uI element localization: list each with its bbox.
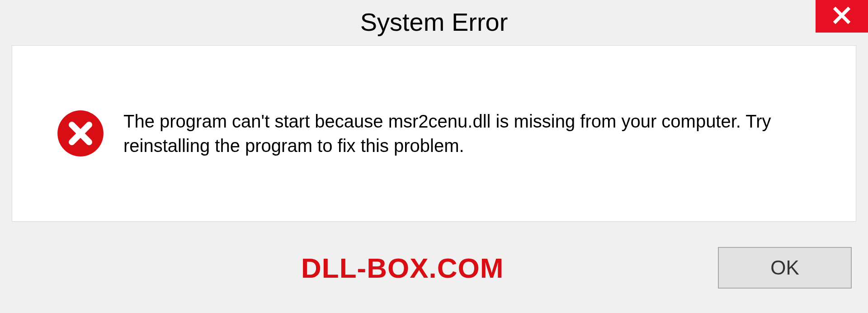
ok-button[interactable]: OK [718, 247, 852, 289]
watermark-text: DLL-BOX.COM [301, 252, 504, 284]
titlebar: System Error [0, 0, 868, 43]
dialog-title: System Error [360, 7, 508, 37]
dialog-content: The program can't start because msr2cenu… [12, 45, 856, 222]
close-button[interactable] [816, 0, 868, 33]
ok-button-label: OK [770, 256, 799, 279]
close-icon [832, 6, 851, 27]
error-icon [57, 109, 104, 157]
dialog-footer: DLL-BOX.COM OK [12, 232, 856, 304]
error-message: The program can't start because msr2cenu… [123, 109, 829, 158]
